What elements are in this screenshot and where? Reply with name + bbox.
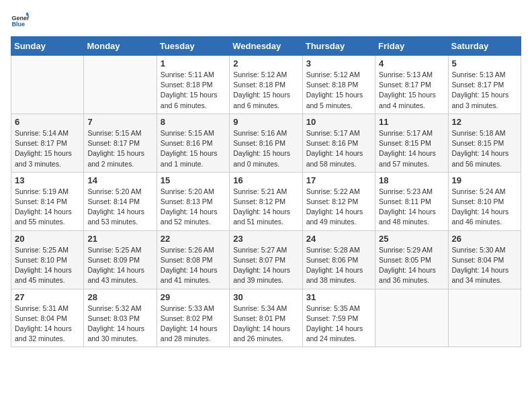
day-number: 29 <box>161 292 226 302</box>
day-number: 6 <box>15 117 80 127</box>
day-info-line: Daylight: 15 hours and 6 minutes. <box>233 91 290 109</box>
day-info-line: Sunset: 8:17 PM <box>15 139 67 147</box>
day-info-line: Sunrise: 5:31 AM <box>15 304 69 312</box>
day-info-line: Sunset: 8:04 PM <box>452 256 504 264</box>
day-number: 16 <box>233 175 298 185</box>
day-info-line: Sunset: 8:16 PM <box>306 139 359 147</box>
day-info: Sunrise: 5:35 AMSunset: 7:59 PMDaylight:… <box>306 304 371 345</box>
day-info-line: Daylight: 14 hours and 58 minutes. <box>306 149 363 167</box>
day-cell: 3Sunrise: 5:12 AMSunset: 8:18 PMDaylight… <box>302 56 375 114</box>
day-info: Sunrise: 5:25 AMSunset: 8:10 PMDaylight:… <box>15 245 80 286</box>
day-info-line: Sunrise: 5:34 AM <box>233 304 287 312</box>
day-info-line: Daylight: 15 hours and 0 minutes. <box>233 149 290 167</box>
day-info-line: Daylight: 14 hours and 34 minutes. <box>452 266 509 284</box>
day-info-line: Daylight: 15 hours and 4 minutes. <box>379 91 436 109</box>
day-cell: 12Sunrise: 5:18 AMSunset: 8:15 PMDayligh… <box>448 113 521 172</box>
day-info: Sunrise: 5:11 AMSunset: 8:18 PMDaylight:… <box>161 70 226 111</box>
day-info-line: Daylight: 14 hours and 46 minutes. <box>452 208 509 226</box>
day-info-line: Sunrise: 5:32 AM <box>87 304 141 312</box>
day-info: Sunrise: 5:27 AMSunset: 8:07 PMDaylight:… <box>233 245 298 286</box>
day-info-line: Sunset: 8:14 PM <box>15 197 67 205</box>
day-number: 31 <box>306 292 371 302</box>
day-cell: 15Sunrise: 5:20 AMSunset: 8:13 PMDayligh… <box>157 172 229 230</box>
day-info-line: Daylight: 15 hours and 3 minutes. <box>452 91 509 109</box>
day-info-line: Sunset: 8:18 PM <box>161 81 213 89</box>
day-info: Sunrise: 5:14 AMSunset: 8:17 PMDaylight:… <box>15 128 80 169</box>
day-cell: 11Sunrise: 5:17 AMSunset: 8:15 PMDayligh… <box>375 113 448 172</box>
day-info-line: Daylight: 15 hours and 1 minute. <box>161 149 218 167</box>
day-info: Sunrise: 5:26 AMSunset: 8:08 PMDaylight:… <box>161 245 226 286</box>
day-info-line: Sunset: 8:12 PM <box>233 197 285 205</box>
day-number: 17 <box>306 175 371 185</box>
day-info-line: Daylight: 14 hours and 30 minutes. <box>87 324 144 342</box>
day-info-line: Sunrise: 5:21 AM <box>233 187 287 195</box>
day-number: 21 <box>87 234 152 244</box>
day-cell: 26Sunrise: 5:30 AMSunset: 8:04 PMDayligh… <box>448 230 521 289</box>
day-info-line: Sunset: 8:10 PM <box>15 256 67 264</box>
day-info-line: Sunset: 8:01 PM <box>233 314 285 322</box>
day-cell: 28Sunrise: 5:32 AMSunset: 8:03 PMDayligh… <box>84 289 157 347</box>
day-cell: 10Sunrise: 5:17 AMSunset: 8:16 PMDayligh… <box>302 113 375 172</box>
day-info-line: Sunset: 8:18 PM <box>306 81 359 89</box>
day-info-line: Sunrise: 5:17 AM <box>306 129 360 137</box>
day-cell: 19Sunrise: 5:24 AMSunset: 8:10 PMDayligh… <box>448 172 521 230</box>
day-info-line: Daylight: 14 hours and 38 minutes. <box>306 266 363 284</box>
day-cell <box>375 289 448 347</box>
logo: General Blue <box>11 11 32 30</box>
day-cell <box>84 56 157 114</box>
day-info-line: Daylight: 14 hours and 53 minutes. <box>87 208 144 226</box>
weekday-header-saturday: Saturday <box>448 37 521 56</box>
day-number: 19 <box>452 175 517 185</box>
day-number: 24 <box>306 234 371 244</box>
day-info-line: Daylight: 14 hours and 28 minutes. <box>161 324 218 342</box>
day-info: Sunrise: 5:33 AMSunset: 8:02 PMDaylight:… <box>161 304 226 345</box>
day-cell: 27Sunrise: 5:31 AMSunset: 8:04 PMDayligh… <box>11 289 84 347</box>
day-number: 1 <box>161 58 226 68</box>
day-cell: 20Sunrise: 5:25 AMSunset: 8:10 PMDayligh… <box>11 230 84 289</box>
weekday-header-monday: Monday <box>84 37 157 56</box>
week-row-5: 27Sunrise: 5:31 AMSunset: 8:04 PMDayligh… <box>11 289 521 347</box>
day-cell: 18Sunrise: 5:23 AMSunset: 8:11 PMDayligh… <box>375 172 448 230</box>
day-info-line: Daylight: 14 hours and 45 minutes. <box>15 266 72 284</box>
day-cell: 1Sunrise: 5:11 AMSunset: 8:18 PMDaylight… <box>157 56 229 114</box>
day-info-line: Sunrise: 5:15 AM <box>87 129 141 137</box>
day-cell: 8Sunrise: 5:15 AMSunset: 8:16 PMDaylight… <box>157 113 229 172</box>
day-info: Sunrise: 5:25 AMSunset: 8:09 PMDaylight:… <box>87 245 152 286</box>
day-cell: 30Sunrise: 5:34 AMSunset: 8:01 PMDayligh… <box>230 289 302 347</box>
day-info-line: Sunrise: 5:30 AM <box>452 246 506 254</box>
day-info-line: Sunset: 7:59 PM <box>306 314 359 322</box>
day-info: Sunrise: 5:24 AMSunset: 8:10 PMDaylight:… <box>452 187 517 228</box>
day-info-line: Sunset: 8:11 PM <box>379 197 431 205</box>
day-number: 10 <box>306 117 371 127</box>
day-cell: 16Sunrise: 5:21 AMSunset: 8:12 PMDayligh… <box>230 172 302 230</box>
week-row-3: 13Sunrise: 5:19 AMSunset: 8:14 PMDayligh… <box>11 172 521 230</box>
day-info: Sunrise: 5:12 AMSunset: 8:18 PMDaylight:… <box>306 70 371 111</box>
day-info: Sunrise: 5:12 AMSunset: 8:18 PMDaylight:… <box>233 70 298 111</box>
day-info-line: Sunset: 8:17 PM <box>379 81 431 89</box>
day-info: Sunrise: 5:20 AMSunset: 8:13 PMDaylight:… <box>161 187 226 228</box>
day-cell: 9Sunrise: 5:16 AMSunset: 8:16 PMDaylight… <box>230 113 302 172</box>
day-info-line: Sunset: 8:08 PM <box>161 256 213 264</box>
day-number: 8 <box>161 117 226 127</box>
day-number: 20 <box>15 234 80 244</box>
day-cell: 17Sunrise: 5:22 AMSunset: 8:12 PMDayligh… <box>302 172 375 230</box>
day-info-line: Sunset: 8:16 PM <box>233 139 285 147</box>
day-cell: 29Sunrise: 5:33 AMSunset: 8:02 PMDayligh… <box>157 289 229 347</box>
day-number: 3 <box>306 58 371 68</box>
day-info-line: Sunset: 8:15 PM <box>452 139 504 147</box>
weekday-header-thursday: Thursday <box>302 37 375 56</box>
day-info: Sunrise: 5:19 AMSunset: 8:14 PMDaylight:… <box>15 187 80 228</box>
day-info: Sunrise: 5:32 AMSunset: 8:03 PMDaylight:… <box>87 304 152 345</box>
logo-icon: General Blue <box>11 11 30 30</box>
day-cell: 7Sunrise: 5:15 AMSunset: 8:17 PMDaylight… <box>84 113 157 172</box>
day-info: Sunrise: 5:21 AMSunset: 8:12 PMDaylight:… <box>233 187 298 228</box>
day-info: Sunrise: 5:13 AMSunset: 8:17 PMDaylight:… <box>452 70 517 111</box>
day-info-line: Sunrise: 5:23 AM <box>379 187 433 195</box>
day-number: 27 <box>15 292 80 302</box>
day-info: Sunrise: 5:17 AMSunset: 8:15 PMDaylight:… <box>379 128 444 169</box>
day-info-line: Daylight: 14 hours and 51 minutes. <box>233 208 290 226</box>
day-info-line: Sunset: 8:03 PM <box>87 314 140 322</box>
day-info: Sunrise: 5:28 AMSunset: 8:06 PMDaylight:… <box>306 245 371 286</box>
day-number: 5 <box>452 58 517 68</box>
day-info-line: Daylight: 14 hours and 57 minutes. <box>379 149 436 167</box>
